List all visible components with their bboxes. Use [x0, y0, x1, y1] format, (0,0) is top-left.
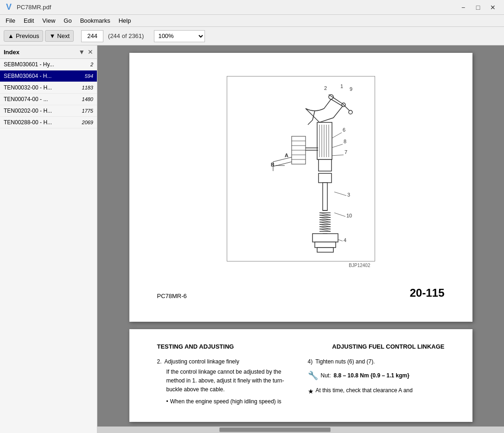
- sidebar-item-name-5: TEN00288-00 - H...: [4, 119, 80, 126]
- sidebar-title: Index: [4, 49, 19, 56]
- next-label: Next: [57, 32, 70, 39]
- bullet-icon: •: [166, 397, 168, 406]
- menubar: File Edit View Go Bookmarks Help: [0, 15, 504, 27]
- menu-bookmarks[interactable]: Bookmarks: [77, 16, 114, 25]
- svg-line-15: [331, 155, 344, 156]
- step-number: 2.: [157, 357, 162, 366]
- pdf-page-1: 2 1 9: [129, 53, 472, 322]
- svg-point-7: [349, 110, 352, 114]
- previous-button[interactable]: ▲ Previous: [4, 30, 43, 42]
- sidebar: Index ▼ ✕ SEBM030601 - Hy... 2 SEBM03060…: [0, 45, 97, 433]
- toolbar: ▲ Previous ▼ Next (244 of 2361) 100% 50%…: [0, 27, 504, 45]
- bullet1-text: When the engine speed (high idling speed…: [170, 397, 281, 406]
- svg-text:6: 6: [343, 127, 345, 133]
- svg-rect-29: [323, 183, 327, 210]
- svg-text:3: 3: [347, 192, 350, 197]
- scrollbar-thumb[interactable]: [219, 427, 331, 432]
- star-icon: ★: [308, 386, 314, 396]
- svg-text:1: 1: [340, 83, 343, 89]
- app-logo: V: [4, 2, 14, 13]
- content-area[interactable]: 2 1 9: [97, 45, 504, 433]
- sidebar-item-page-3: 1480: [82, 96, 93, 102]
- sidebar-item-2[interactable]: TEN00032-00 - H... 1183: [0, 82, 97, 94]
- section-header: TESTING AND ADJUSTING ADJUSTING FUEL CON…: [157, 343, 445, 350]
- svg-text:9: 9: [350, 86, 352, 92]
- content-right: 4) Tighten nuts (6) and (7). 🔧 Nut: 8.8 …: [308, 357, 445, 406]
- technical-diagram: 2 1 9: [231, 81, 370, 257]
- step4-number: 4): [308, 357, 313, 366]
- nut-line: 🔧 Nut: 8.8 – 10.8 Nm {0.9 – 1.1 kgm}: [308, 369, 445, 382]
- svg-line-11: [331, 133, 342, 139]
- sidebar-item-3[interactable]: TEN00074-00 - ... 1480: [0, 94, 97, 105]
- sidebar-item-5[interactable]: TEN00288-00 - H... 2069: [0, 117, 97, 128]
- sidebar-item-page-4: 1775: [82, 108, 93, 114]
- menu-go[interactable]: Go: [60, 16, 75, 25]
- note-text: At this time, check that clearance A and: [316, 386, 413, 395]
- svg-text:10: 10: [346, 213, 352, 218]
- sidebar-item-name-4: TEN00202-00 - H...: [4, 108, 80, 114]
- pdf-page-2: TESTING AND ADJUSTING ADJUSTING FUEL CON…: [129, 329, 472, 422]
- svg-line-31: [334, 213, 345, 216]
- diagram-container: 2 1 9: [157, 71, 445, 273]
- spring: [319, 210, 331, 234]
- section-right-title: ADJUSTING FUEL CONTROL LINKAGE: [332, 343, 444, 350]
- previous-label: Previous: [16, 32, 39, 39]
- svg-rect-25: [319, 159, 332, 171]
- sidebar-header-icons: ▼ ✕: [78, 48, 93, 56]
- sidebar-items: SEBM030601 - Hy... 2 SEBM030604 - H... 5…: [0, 59, 97, 433]
- menu-file[interactable]: File: [2, 16, 19, 25]
- step-title: Adjusting control linkage finely: [165, 357, 239, 366]
- svg-line-64: [273, 157, 292, 162]
- zoom-select[interactable]: 100% 50% 75% 125% 150% 200%: [154, 30, 205, 42]
- menu-view[interactable]: View: [38, 16, 59, 25]
- next-button[interactable]: ▼ Next: [45, 30, 74, 42]
- sidebar-item-4[interactable]: TEN00202-00 - H... 1775: [0, 105, 97, 117]
- menu-edit[interactable]: Edit: [20, 16, 38, 25]
- diagram-box: 2 1 9: [227, 76, 375, 261]
- sidebar-item-name-1: SEBM030604 - H...: [4, 73, 83, 79]
- page-left-label: PC78MR-6: [157, 293, 187, 299]
- close-button[interactable]: ✕: [485, 0, 500, 15]
- svg-text:A: A: [285, 153, 288, 158]
- wrench-icon: 🔧: [308, 369, 318, 382]
- sidebar-close-icon[interactable]: ✕: [88, 48, 93, 56]
- page-input[interactable]: [81, 30, 103, 42]
- sidebar-item-0[interactable]: SEBM030601 - Hy... 2: [0, 59, 97, 70]
- sidebar-item-page-0: 2: [90, 62, 93, 67]
- titlebar: V PC78MR.pdf − □ ✕: [0, 0, 504, 15]
- svg-rect-56: [315, 242, 336, 248]
- svg-text:B: B: [271, 162, 274, 167]
- sidebar-item-name-2: TEN00032-00 - H...: [4, 84, 80, 91]
- sidebar-item-name-0: SEBM030601 - Hy...: [4, 61, 89, 68]
- svg-text:7: 7: [345, 149, 347, 155]
- up-arrow-icon: ▲: [8, 32, 14, 39]
- sidebar-item-page-5: 2069: [82, 120, 93, 125]
- svg-rect-26: [319, 173, 332, 183]
- nut-label: Nut:: [321, 371, 331, 380]
- window-controls: − □ ✕: [456, 0, 500, 15]
- titlebar-left: V PC78MR.pdf: [4, 2, 51, 13]
- content-columns: 2. Adjusting control linkage finely If t…: [157, 357, 445, 406]
- svg-text:2: 2: [324, 85, 327, 91]
- sidebar-item-page-1: 594: [85, 73, 93, 79]
- page-footer: PC78MR-6 20-115: [157, 282, 445, 299]
- svg-line-13: [331, 144, 343, 148]
- svg-text:4: 4: [344, 237, 346, 243]
- sidebar-item-1[interactable]: SEBM030604 - H... 594: [0, 70, 97, 82]
- main-layout: Index ▼ ✕ SEBM030601 - Hy... 2 SEBM03060…: [0, 45, 504, 433]
- page-info: (244 of 2361): [108, 32, 144, 39]
- svg-text:8: 8: [344, 139, 346, 144]
- horizontal-scrollbar[interactable]: [97, 427, 504, 433]
- svg-line-9: [308, 120, 313, 125]
- maximize-button[interactable]: □: [471, 0, 485, 15]
- sidebar-dropdown-icon[interactable]: ▼: [78, 48, 85, 56]
- page-right-label: 20-115: [410, 287, 445, 299]
- nut-value: 8.8 – 10.8 Nm {0.9 – 1.1 kgm}: [334, 371, 409, 380]
- svg-line-28: [334, 192, 346, 196]
- sidebar-item-name-3: TEN00074-00 - ...: [4, 96, 80, 102]
- minimize-button[interactable]: −: [456, 0, 471, 15]
- menu-help[interactable]: Help: [115, 16, 135, 25]
- svg-rect-55: [313, 234, 338, 242]
- content-left: 2. Adjusting control linkage finely If t…: [157, 357, 294, 406]
- step-text1: If the control linkage cannot be adjuste…: [166, 368, 294, 395]
